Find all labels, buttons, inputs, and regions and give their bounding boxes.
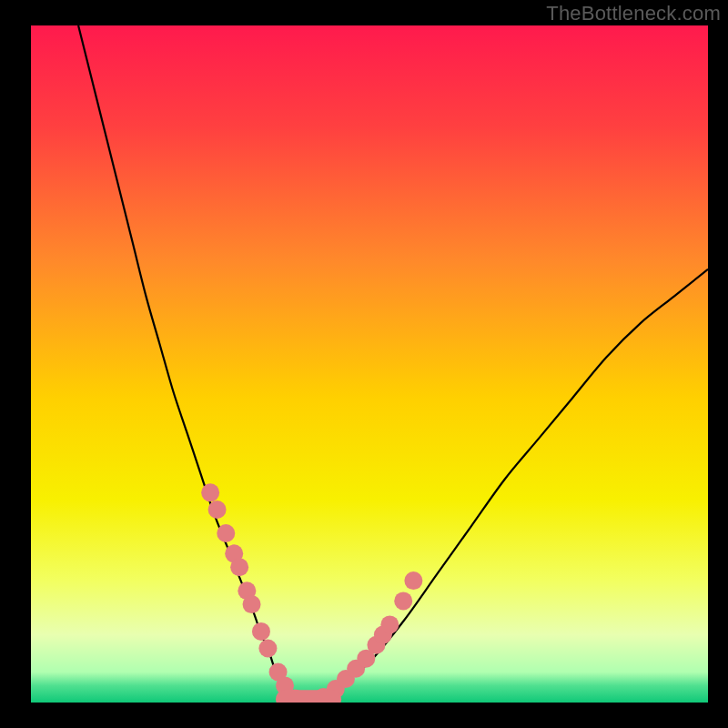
- highlight-dot: [201, 483, 219, 501]
- chart-outer-frame: TheBottleneck.com: [0, 0, 728, 728]
- highlight-dot: [394, 592, 412, 610]
- highlight-dot: [380, 615, 399, 633]
- highlight-dot: [252, 622, 270, 641]
- highlight-dot: [243, 595, 261, 613]
- highlight-dot: [258, 639, 277, 657]
- svg-rect-0: [31, 25, 708, 703]
- highlight-dot: [208, 500, 227, 519]
- highlight-dot: [217, 524, 235, 542]
- watermark-text: TheBottleneck.com: [546, 2, 721, 25]
- plot-area: [31, 25, 708, 703]
- highlight-dot: [230, 558, 248, 576]
- chart-svg: [31, 25, 708, 703]
- highlight-dot: [404, 571, 422, 590]
